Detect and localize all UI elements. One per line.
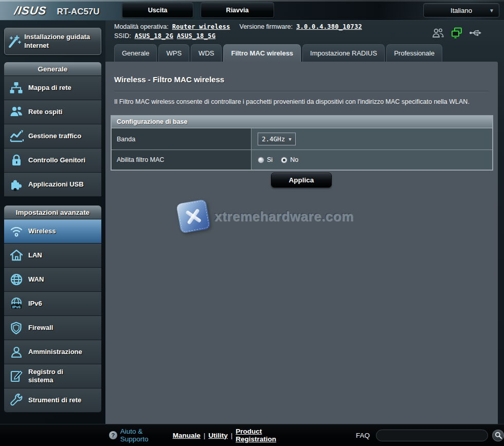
sidebar-item-usb-applications[interactable]: Applicazioni USB bbox=[4, 173, 101, 197]
help-support-link[interactable]: ? Aiuto & Supporto bbox=[109, 428, 172, 443]
clients-icon[interactable] bbox=[432, 27, 444, 39]
band-select-value: 2.4GHz bbox=[262, 135, 285, 143]
network-status-icon[interactable] bbox=[451, 27, 463, 39]
tab-bar: Generale WPS WDS Filtro MAC wireless Imp… bbox=[114, 44, 442, 62]
link-separator: | bbox=[204, 432, 206, 439]
parental-control-icon bbox=[4, 154, 28, 167]
status-icon-tray bbox=[432, 27, 482, 39]
sidebar-section-advanced: Impostazioni avanzate bbox=[4, 206, 101, 219]
sidebar-item-network-map[interactable]: Mappa di rete bbox=[4, 76, 101, 100]
chevron-down-icon: ▼ bbox=[289, 137, 291, 142]
faq-search-button[interactable] bbox=[492, 430, 504, 441]
operation-mode-link[interactable]: Router wireless bbox=[172, 23, 230, 30]
sidebar-item-label: Registro di sistema bbox=[28, 368, 85, 384]
ssid-2g-link[interactable]: ASUS_18_2G bbox=[135, 32, 173, 40]
watermark: xtremehardware.com bbox=[178, 201, 354, 231]
operation-mode-label: Modalità operativa: bbox=[114, 23, 169, 30]
sidebar-item-traffic-manager[interactable]: Gestione traffico bbox=[4, 124, 101, 148]
page-description: Il Filtro MAC wireless consente di contr… bbox=[114, 98, 490, 107]
sidebar-item-wireless[interactable]: Wireless bbox=[4, 219, 101, 244]
language-select[interactable]: Italiano ▼ bbox=[423, 3, 499, 17]
main-area: Modalità operativa: Router wireless Vers… bbox=[105, 21, 504, 424]
sidebar-item-administration[interactable]: Amministrazione bbox=[4, 340, 101, 364]
firewall-icon bbox=[4, 321, 28, 335]
sidebar-item-label: IPv6 bbox=[28, 300, 42, 308]
radio-option-yes[interactable]: Si bbox=[258, 156, 273, 163]
radio-circle-no bbox=[281, 157, 287, 163]
sidebar-item-ipv6[interactable]: IPv6 IPv6 bbox=[4, 292, 101, 316]
svg-text:IPv6: IPv6 bbox=[12, 305, 21, 309]
sidebar-item-label: Amministrazione bbox=[28, 348, 82, 356]
radio-label-no: No bbox=[290, 156, 298, 163]
table-row-mac-filter: Abilita filtro MAC Si No bbox=[112, 150, 492, 170]
traffic-manager-icon bbox=[4, 129, 28, 143]
sidebar-item-label: WAN bbox=[28, 275, 44, 284]
sidebar-section-general: Generale bbox=[4, 62, 101, 76]
sidebar-item-label: Installazione guidata Internet bbox=[24, 33, 101, 50]
logout-button[interactable]: Uscita bbox=[122, 2, 193, 18]
tab-professionale[interactable]: Professionale bbox=[386, 44, 442, 62]
sidebar-item-wan[interactable]: WAN bbox=[4, 268, 101, 292]
basic-config-table: Configurazione di base Banda 2.4GHz ▼ Ab… bbox=[111, 115, 493, 171]
tab-wps[interactable]: WPS bbox=[158, 44, 189, 62]
sidebar-item-quick-setup[interactable]: Installazione guidata Internet bbox=[4, 28, 101, 55]
guest-network-icon bbox=[4, 105, 28, 119]
ssid-5g-link[interactable]: ASUS_18_5G bbox=[177, 32, 215, 40]
help-icon: ? bbox=[109, 431, 117, 439]
wan-icon bbox=[4, 272, 28, 287]
band-label: Banda bbox=[112, 128, 251, 150]
sidebar-item-label: Controllo Genitori bbox=[28, 156, 85, 164]
sidebar-item-label: Wireless bbox=[28, 227, 56, 235]
page-title: Wireless - Filtro MAC wireless bbox=[114, 75, 224, 84]
sidebar-item-network-tools[interactable]: Strumenti di rete bbox=[4, 388, 101, 413]
tab-generale[interactable]: Generale bbox=[114, 44, 157, 62]
apply-button[interactable]: Applica bbox=[271, 173, 332, 188]
sidebar-item-label: Firewall bbox=[28, 324, 53, 332]
sidebar-item-label: Rete ospiti bbox=[28, 108, 62, 116]
table-row-band: Banda 2.4GHz ▼ bbox=[112, 128, 492, 150]
usb-icon[interactable] bbox=[469, 27, 482, 39]
sidebar-item-parental-controls[interactable]: Controllo Genitori bbox=[4, 148, 101, 173]
tab-filtro-mac-wireless[interactable]: Filtro MAC wireless bbox=[223, 44, 301, 62]
brand-area: /ISUS RT-AC57U bbox=[14, 4, 100, 17]
usb-apps-icon bbox=[4, 178, 28, 192]
reboot-button[interactable]: Riavvia bbox=[201, 2, 274, 18]
product-registration-link[interactable]: Product Registration bbox=[236, 428, 302, 443]
help-support-label: Aiuto & Supporto bbox=[120, 428, 172, 443]
firmware-version-link[interactable]: 3.0.0.4.380_10732 bbox=[296, 23, 362, 30]
top-bar: /ISUS RT-AC57U Uscita Riavvia Italiano ▼ bbox=[0, 0, 504, 21]
tab-impostazione-radius[interactable]: Impostazione RADIUS bbox=[302, 44, 385, 62]
sidebar-item-system-log[interactable]: Registro di sistema bbox=[4, 364, 101, 388]
footer: ? Aiuto & Supporto Manuale | Utility | P… bbox=[0, 424, 504, 446]
sidebar-item-label: Strumenti di rete bbox=[28, 396, 81, 404]
network-tools-icon bbox=[4, 393, 28, 407]
band-select[interactable]: 2.4GHz ▼ bbox=[258, 133, 296, 145]
sidebar-item-label: Mappa di rete bbox=[28, 84, 71, 92]
sidebar-item-guest-network[interactable]: Rete ospiti bbox=[4, 100, 101, 124]
firmware-label: Versione firmware: bbox=[240, 23, 293, 30]
footer-links: Manuale | Utility | Product Registration bbox=[173, 428, 302, 443]
radio-circle-yes bbox=[258, 157, 264, 163]
lan-icon bbox=[4, 248, 28, 263]
radio-option-no[interactable]: No bbox=[281, 156, 298, 163]
ipv6-icon: IPv6 bbox=[4, 296, 28, 311]
info-row-1: Modalità operativa: Router wireless Vers… bbox=[114, 23, 362, 30]
asus-logo: /ISUS bbox=[13, 4, 47, 17]
router-model: RT-AC57U bbox=[57, 7, 99, 17]
radio-label-yes: Si bbox=[267, 156, 273, 163]
info-bar: Modalità operativa: Router wireless Vers… bbox=[114, 23, 362, 42]
search-icon bbox=[495, 432, 502, 439]
manual-link[interactable]: Manuale bbox=[173, 432, 201, 439]
mac-filter-label: Abilita filtro MAC bbox=[112, 150, 251, 170]
faq-search-input[interactable] bbox=[376, 430, 488, 441]
faq-label: FAQ bbox=[356, 432, 370, 439]
chevron-down-icon: ▼ bbox=[489, 8, 494, 13]
sidebar: Installazione guidata Internet Generale … bbox=[0, 21, 105, 424]
sidebar-item-lan[interactable]: LAN bbox=[4, 244, 101, 268]
sidebar-item-label: Gestione traffico bbox=[28, 132, 81, 140]
link-separator: | bbox=[231, 432, 233, 439]
sidebar-item-firewall[interactable]: Firewall bbox=[4, 316, 101, 340]
tab-wds[interactable]: WDS bbox=[191, 44, 222, 62]
content-panel: Wireless - Filtro MAC wireless Il Filtro… bbox=[105, 62, 498, 424]
utility-link[interactable]: Utility bbox=[208, 432, 228, 439]
